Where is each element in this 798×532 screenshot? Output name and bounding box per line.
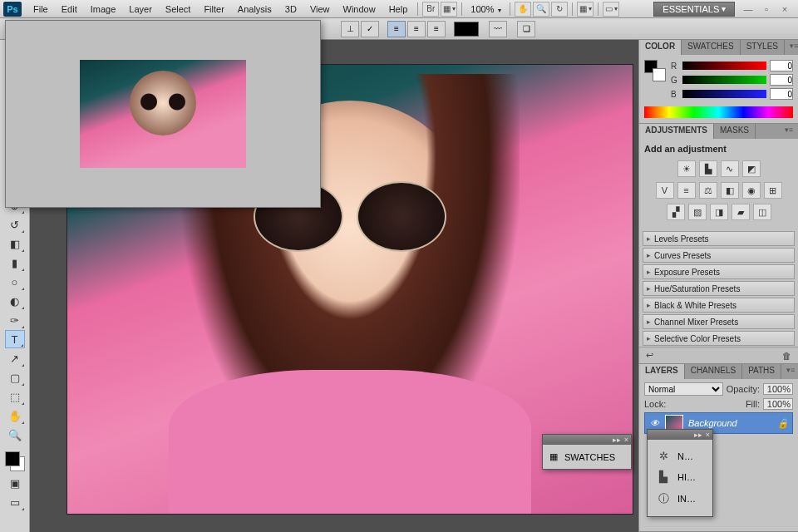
panel-menu-icon[interactable]: ▾≡ <box>781 364 798 379</box>
posterize-icon[interactable]: ▨ <box>688 204 707 220</box>
zoom-level[interactable]: 100% ▾ <box>466 4 506 14</box>
fg-bg-swatch[interactable] <box>644 60 666 81</box>
tab-adjustments[interactable]: ADJUSTMENTS <box>639 124 714 139</box>
screen-mode-icon[interactable]: ▭▾ <box>603 2 619 17</box>
preset-exposure[interactable]: Exposure Presets <box>643 264 795 279</box>
exposure-icon[interactable]: ◩ <box>742 160 761 177</box>
trash-icon[interactable]: 🗑 <box>782 351 791 361</box>
r-slider[interactable] <box>682 62 766 70</box>
zoom-tool[interactable]: 🔍 <box>5 426 25 444</box>
opacity-value[interactable]: 100% <box>763 383 793 395</box>
close-button[interactable]: × <box>778 4 791 14</box>
menu-view[interactable]: View <box>303 2 337 17</box>
screenmode-toggle[interactable]: ▭ <box>5 493 25 511</box>
gradient-tool[interactable]: ▮ <box>5 254 25 272</box>
preset-selcolor[interactable]: Selective Color Presets <box>643 331 795 346</box>
align-right-button[interactable]: ≡ <box>427 21 446 37</box>
swatches-grid-icon[interactable]: ▦ <box>549 451 558 462</box>
navigator-popup[interactable] <box>5 20 321 208</box>
fill-value[interactable]: 100% <box>763 398 793 410</box>
color-bal-icon[interactable]: ⚖ <box>699 182 717 199</box>
vibrance-icon[interactable]: V <box>656 182 674 199</box>
char-panel-button[interactable]: ❏ <box>517 21 535 37</box>
quickmask-toggle[interactable]: ▣ <box>5 474 25 492</box>
flyout-item-info[interactable]: ⓘIN… <box>654 488 706 510</box>
align-left-button[interactable]: ≡ <box>387 21 406 37</box>
hand-tool[interactable]: ✋ <box>5 406 25 425</box>
hand-tool-icon[interactable]: ✋ <box>515 2 531 17</box>
tab-paths[interactable]: PATHS <box>742 364 781 379</box>
type-tool[interactable]: T <box>5 330 25 348</box>
check-icon[interactable]: ✓ <box>361 21 379 37</box>
panel-menu-icon[interactable]: ▾≡ <box>780 124 798 139</box>
g-slider[interactable] <box>682 76 766 84</box>
menu-window[interactable]: Window <box>337 2 382 17</box>
pen-tool[interactable]: ✑ <box>5 311 25 329</box>
rotate-view-icon[interactable]: ↻ <box>551 2 568 17</box>
close-icon[interactable]: × <box>706 431 710 439</box>
collapse-icon[interactable]: ▸▸ <box>613 436 621 444</box>
flyout-item-histogram[interactable]: ▙HI… <box>654 467 706 486</box>
threshold-icon[interactable]: ◨ <box>710 204 728 220</box>
warp-text-button[interactable]: 〰 <box>489 21 507 37</box>
path-tool[interactable]: ↗ <box>5 349 25 367</box>
menu-help[interactable]: Help <box>382 2 415 17</box>
tab-styles[interactable]: STYLES <box>741 40 785 55</box>
dodge-tool[interactable]: ◐ <box>5 292 25 310</box>
minibridge-icon[interactable]: ▦▾ <box>441 2 457 17</box>
floating-flyout-panel[interactable]: ▸▸× ✲N… ▙HI… ⓘIN… <box>647 429 713 517</box>
menu-edit[interactable]: Edit <box>55 2 84 17</box>
blur-tool[interactable]: ○ <box>5 273 25 291</box>
blend-mode-select[interactable]: Normal <box>644 382 723 396</box>
preset-chanmix[interactable]: Channel Mixer Presets <box>643 314 795 329</box>
menu-image[interactable]: Image <box>84 2 123 17</box>
preset-bw[interactable]: Black & White Presets <box>643 298 795 313</box>
return-icon[interactable]: ↩ <box>646 350 653 361</box>
panel-menu-icon[interactable]: ▾≡ <box>785 40 798 55</box>
preset-huesat[interactable]: Hue/Saturation Presets <box>643 281 795 296</box>
close-icon[interactable]: × <box>624 436 628 444</box>
tab-layers[interactable]: LAYERS <box>639 364 685 379</box>
workspace-switcher[interactable]: ESSENTIALS ▾ <box>653 2 735 17</box>
menu-layer[interactable]: Layer <box>122 2 159 17</box>
tab-color[interactable]: COLOR <box>639 40 682 55</box>
navigator-thumbnail[interactable] <box>80 60 246 168</box>
eraser-tool[interactable]: ◧ <box>5 234 25 253</box>
3d-tool[interactable]: ⬚ <box>5 387 25 406</box>
curves-icon[interactable]: ∿ <box>721 160 739 177</box>
bridge-icon[interactable]: Br <box>422 2 439 17</box>
minimize-button[interactable]: — <box>741 4 755 14</box>
tab-masks[interactable]: MASKS <box>714 124 756 139</box>
menu-filter[interactable]: Filter <box>197 2 230 17</box>
menu-select[interactable]: Select <box>159 2 198 17</box>
align-center-button[interactable]: ≡ <box>407 21 426 37</box>
menu-file[interactable]: File <box>27 2 55 17</box>
photo-filter-icon[interactable]: ◉ <box>742 182 761 199</box>
preset-levels[interactable]: Levels Presets <box>643 231 795 246</box>
menu-analysis[interactable]: Analysis <box>231 2 278 17</box>
menu-3d[interactable]: 3D <box>278 2 303 17</box>
gradient-map-icon[interactable]: ▰ <box>732 204 750 220</box>
spectrum-ramp[interactable] <box>644 106 793 118</box>
maximize-button[interactable]: ▫ <box>760 4 773 14</box>
tab-swatches[interactable]: SWATCHES <box>682 40 741 55</box>
flyout-item-navigator[interactable]: ✲N… <box>654 446 706 466</box>
floating-swatches-panel[interactable]: ▸▸× ▦SWATCHES <box>542 434 632 470</box>
preset-curves[interactable]: Curves Presets <box>643 248 795 263</box>
hue-sat-icon[interactable]: ≡ <box>677 182 696 199</box>
color-swatch[interactable] <box>3 450 27 473</box>
visibility-icon[interactable]: 👁 <box>648 418 660 428</box>
orientation-toggle[interactable]: ⊥ <box>341 21 359 37</box>
selective-color-icon[interactable]: ◫ <box>753 204 771 220</box>
arrange-icon[interactable]: ▦▾ <box>577 2 594 17</box>
bw-icon[interactable]: ◧ <box>721 182 739 199</box>
brightness-icon[interactable]: ☀ <box>677 160 696 177</box>
history-brush-tool[interactable]: ↺ <box>5 215 25 234</box>
g-input[interactable] <box>770 74 793 86</box>
collapse-icon[interactable]: ▸▸ <box>694 431 702 439</box>
r-input[interactable] <box>770 60 793 71</box>
zoom-tool-icon[interactable]: 🔍 <box>533 2 549 17</box>
b-input[interactable] <box>770 88 793 100</box>
tab-channels[interactable]: CHANNELS <box>685 364 742 379</box>
b-slider[interactable] <box>682 90 766 98</box>
